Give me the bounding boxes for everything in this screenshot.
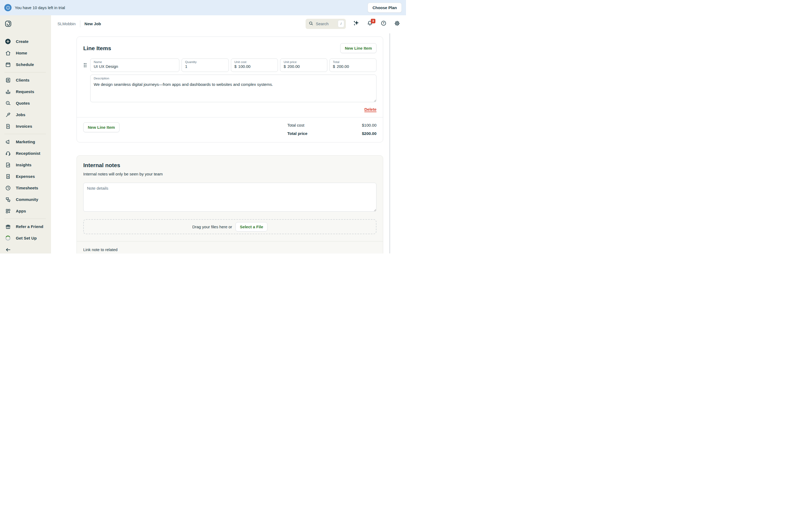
- home-icon: [5, 50, 11, 56]
- total-label: Total: [333, 60, 373, 64]
- app-window: You have 10 days left in trial Choose Pl…: [0, 0, 406, 253]
- svg-text:?: ?: [383, 21, 384, 25]
- quantity-input[interactable]: [185, 64, 225, 69]
- question-circle-icon: ?: [380, 20, 387, 27]
- name-input[interactable]: [94, 64, 176, 69]
- note-details-textarea[interactable]: [83, 183, 376, 212]
- sidebar-item-label: Create: [16, 39, 29, 44]
- sidebar-item-label: Refer a Friend: [16, 224, 43, 229]
- delete-line-item-link[interactable]: Delete: [364, 107, 376, 112]
- breadcrumb-page-title: New Job: [85, 21, 101, 26]
- breadcrumb-company[interactable]: SLMobbin: [57, 21, 76, 26]
- receipt-icon: $: [5, 173, 11, 179]
- sidebar: Create Home Schedule: [0, 15, 51, 253]
- help-button[interactable]: ?: [380, 20, 387, 27]
- plus-circle-icon: [5, 38, 11, 45]
- quantity-field[interactable]: Quantity: [182, 58, 229, 72]
- select-file-button[interactable]: Select a File: [236, 222, 267, 231]
- search-input[interactable]: Search /: [306, 19, 346, 29]
- sidebar-item-insights[interactable]: Insights: [0, 159, 51, 171]
- sidebar-item-receptionist[interactable]: Receptionist: [0, 148, 51, 159]
- new-line-item-button-top[interactable]: New Line Item: [340, 43, 376, 53]
- search-shortcut-key: /: [338, 20, 344, 27]
- sidebar-item-quotes[interactable]: Quotes: [0, 97, 51, 109]
- sidebar-item-home[interactable]: Home: [0, 47, 51, 59]
- name-field[interactable]: Name: [90, 58, 180, 72]
- unit-price-label: Unit price: [284, 60, 323, 64]
- line-items-card: Line Items New Line Item Name: [77, 37, 383, 143]
- new-line-item-button-bottom[interactable]: New Line Item: [83, 122, 119, 132]
- total-value: 200.00: [337, 64, 349, 69]
- internal-notes-title: Internal notes: [83, 162, 376, 168]
- sidebar-divider: [4, 72, 46, 72]
- settings-button[interactable]: [394, 20, 401, 27]
- megaphone-icon: [5, 139, 11, 145]
- sidebar-item-apps[interactable]: Apps: [0, 205, 51, 217]
- ai-assistant-button[interactable]: [353, 20, 360, 27]
- sidebar-item-label: Clients: [16, 78, 30, 82]
- sidebar-item-create[interactable]: Create: [0, 36, 51, 47]
- internal-notes-subtitle: Internal notes will only be seen by your…: [83, 172, 376, 176]
- page-content: Line Items New Line Item Name: [51, 32, 406, 253]
- name-label: Name: [94, 60, 176, 64]
- trial-message: You have 10 days left in trial: [15, 5, 65, 10]
- sidebar-item-label: Receptionist: [16, 151, 40, 156]
- apps-grid-icon: [5, 208, 11, 214]
- unit-cost-field[interactable]: Unit cost $100.00: [231, 58, 278, 72]
- sidebar-item-label: Get Set Up: [16, 236, 37, 240]
- currency-symbol: $: [284, 64, 286, 69]
- choose-plan-button[interactable]: Choose Plan: [368, 3, 402, 13]
- trial-banner: You have 10 days left in trial Choose Pl…: [0, 0, 406, 15]
- sidebar-item-label: Expenses: [16, 174, 35, 179]
- totals-summary: Total cost $100.00 Total price $200.00: [287, 123, 376, 136]
- sidebar-item-timesheets[interactable]: Timesheets: [0, 182, 51, 194]
- description-textarea[interactable]: We design seamless digital journeys—from…: [90, 74, 376, 102]
- sidebar-item-label: Home: [16, 51, 27, 55]
- breadcrumb-divider: [80, 20, 80, 27]
- search-icon: [309, 21, 313, 27]
- sidebar-item-clients[interactable]: Clients: [0, 74, 51, 86]
- link-note-label: Link note to related: [83, 247, 376, 252]
- description-label: Description: [94, 77, 109, 80]
- internal-notes-card: Internal notes Internal notes will only …: [77, 155, 383, 253]
- sidebar-item-label: Schedule: [16, 62, 34, 67]
- tape-measure-icon: [5, 100, 11, 106]
- svg-text:$: $: [7, 175, 9, 178]
- invoice-document-icon: $: [5, 123, 11, 129]
- drag-handle[interactable]: [83, 62, 90, 68]
- notifications-button[interactable]: 3: [366, 20, 373, 27]
- sidebar-item-label: Invoices: [16, 124, 32, 128]
- sidebar-item-refer-a-friend[interactable]: Refer a Friend: [0, 221, 51, 232]
- sidebar-item-community[interactable]: Community: [0, 194, 51, 205]
- svg-text:$: $: [7, 125, 9, 128]
- unit-price-field[interactable]: Unit price $200.00: [280, 58, 327, 72]
- file-dropzone[interactable]: Drag your files here or Select a File: [83, 219, 376, 234]
- gear-icon: [394, 20, 400, 27]
- line-item-row: Name Quantity Unit cost $100.00: [83, 58, 376, 72]
- sidebar-item-expenses[interactable]: $ Expenses: [0, 171, 51, 182]
- total-field[interactable]: Total $200.00: [329, 58, 376, 72]
- topbar: SLMobbin New Job Search /: [51, 15, 406, 32]
- arrow-left-icon: [5, 246, 11, 253]
- sidebar-nav: Create Home Schedule: [0, 36, 51, 253]
- sidebar-item-label: Marketing: [16, 139, 35, 144]
- sparkles-icon: [353, 20, 359, 27]
- sidebar-item-marketing[interactable]: Marketing: [0, 136, 51, 148]
- line-items-title: Line Items: [83, 45, 111, 52]
- sidebar-item-invoices[interactable]: $ Invoices: [0, 120, 51, 132]
- clock-icon: [5, 185, 11, 191]
- sidebar-item-jobs[interactable]: Jobs: [0, 109, 51, 120]
- total-price-value: $200.00: [362, 131, 376, 136]
- collapse-sidebar-button[interactable]: [0, 244, 51, 253]
- gift-icon: [5, 223, 11, 230]
- sidebar-item-label: Insights: [16, 163, 32, 167]
- description-field: Description We design seamless digital j…: [90, 74, 376, 103]
- sidebar-item-get-set-up[interactable]: Get Set Up: [0, 232, 51, 244]
- jobber-logo[interactable]: [0, 20, 51, 29]
- vertical-scrollbar[interactable]: [389, 33, 390, 253]
- inbox-icon: [5, 89, 11, 95]
- sidebar-item-schedule[interactable]: Schedule: [0, 59, 51, 70]
- total-price-label: Total price: [287, 131, 307, 136]
- unit-price-value: 200.00: [288, 64, 300, 69]
- sidebar-item-requests[interactable]: Requests: [0, 86, 51, 97]
